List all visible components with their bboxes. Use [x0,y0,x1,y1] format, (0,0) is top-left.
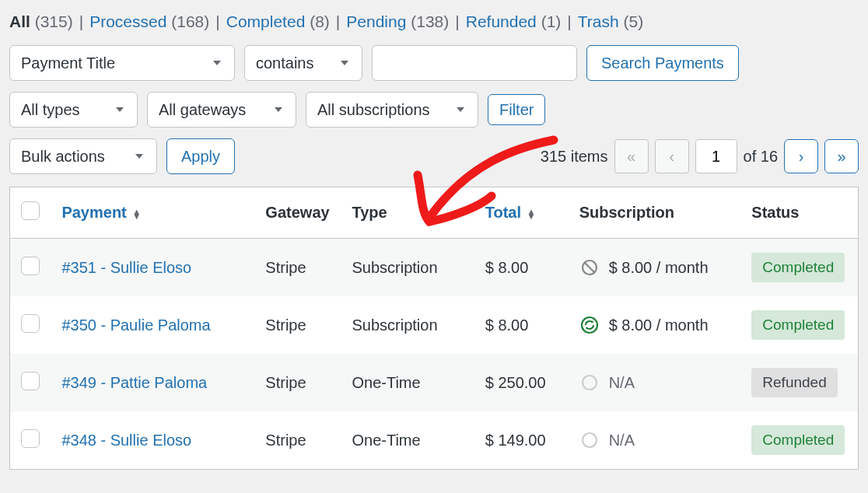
current-page-input[interactable] [695,139,737,173]
pagination: 315 items « ‹ of 16 › » [541,139,859,173]
type-cell: One-Time [341,354,474,411]
svg-point-3 [583,376,597,390]
table-nav: Bulk actions Apply 315 items « ‹ of 16 ›… [9,138,859,174]
subscription-status-icon [579,315,600,335]
subscription-text: N/A [609,432,635,449]
table-row: #348 - Sullie ElosoStripeOne-Time$ 149.0… [10,411,859,470]
prev-page-button: ‹ [655,139,689,173]
subscription-text: N/A [609,374,635,392]
column-subscription: Subscription [569,187,741,239]
separator: | [567,12,571,31]
table-wrap: Payment ▲▼ Gateway Type Total ▲▼ Subscri… [9,187,859,470]
row-checkbox[interactable] [21,372,40,390]
payment-link[interactable]: #351 - Sullie Eloso [61,259,191,276]
search-payments-button[interactable]: Search Payments [586,45,739,81]
apply-button[interactable]: Apply [166,138,235,174]
status-link-completed[interactable]: Completed (8) [226,12,330,31]
search-row: Payment Title contains Search Payments [9,45,859,81]
gateway-cell: Stripe [254,411,341,470]
first-page-button: « [614,139,649,173]
chevron-down-icon [133,150,145,163]
status-link-trash[interactable]: Trash (5) [578,12,643,31]
table-row: #349 - Pattie PalomaStripeOne-Time$ 250.… [10,354,859,411]
status-link-all[interactable]: All (315) [9,12,73,31]
total-cell: $ 149.00 [474,411,569,470]
total-cell: $ 8.00 [474,296,569,354]
search-value-input[interactable] [372,45,577,81]
type-cell: Subscription [341,296,474,354]
subscription-status-icon [579,430,600,450]
filter-gateway-value: All gateways [159,101,246,119]
filter-type-value: All types [21,101,80,119]
column-gateway: Gateway [254,187,341,239]
items-count: 315 items [541,148,608,166]
payments-table: Payment ▲▼ Gateway Type Total ▲▼ Subscri… [9,187,859,470]
gateway-cell: Stripe [254,239,341,297]
page-total: of 16 [744,148,778,166]
row-checkbox[interactable] [21,314,40,333]
last-page-button[interactable]: » [824,139,859,173]
table-row: #350 - Paulie PalomaStripeSubscription$ … [10,296,859,354]
payment-link[interactable]: #348 - Sullie Eloso [61,432,191,449]
subscription-cell: N/A [579,372,730,393]
svg-point-4 [583,433,597,447]
chevron-down-icon [454,103,467,116]
filter-subscription-select[interactable]: All subscriptions [306,92,478,128]
status-link-refunded[interactable]: Refunded (1) [466,12,562,31]
status-link-pending[interactable]: Pending (138) [346,12,449,31]
filter-button[interactable]: Filter [488,94,545,125]
column-total[interactable]: Total ▲▼ [474,187,569,239]
filter-row: All types All gateways All subscriptions… [9,92,859,128]
separator: | [455,12,459,31]
payment-link[interactable]: #349 - Pattie Paloma [61,374,207,391]
separator: | [79,12,83,31]
subscription-text: $ 8.00 / month [609,316,709,334]
subscription-status-icon [579,257,600,278]
subscription-cell: $ 8.00 / month [579,257,730,278]
total-cell: $ 8.00 [474,239,569,297]
filter-type-select[interactable]: All types [9,92,138,128]
status-badge: Completed [751,253,845,282]
row-checkbox[interactable] [21,429,40,448]
bulk-actions-select[interactable]: Bulk actions [9,138,157,174]
separator: | [215,12,219,31]
filter-subscription-value: All subscriptions [317,101,430,119]
separator: | [336,12,340,31]
sort-icon: ▲▼ [132,209,141,219]
sort-icon: ▲▼ [527,209,536,219]
row-checkbox[interactable] [21,257,40,275]
search-field-select[interactable]: Payment Title [9,45,235,81]
svg-point-2 [582,317,597,333]
gateway-cell: Stripe [254,296,341,354]
status-badge: Refunded [751,368,837,397]
chevron-down-icon [114,103,126,116]
next-page-button[interactable]: › [784,139,818,173]
search-field-value: Payment Title [21,54,115,72]
type-cell: Subscription [341,239,474,297]
chevron-down-icon [272,103,285,116]
status-filter-bar: All (315) | Processed (168) | Completed … [9,12,859,31]
column-type: Type [341,187,474,239]
search-operator-select[interactable]: contains [244,45,362,81]
select-all-checkbox[interactable] [21,201,40,220]
subscription-cell: $ 8.00 / month [579,315,730,335]
subscription-cell: N/A [579,430,730,450]
gateway-cell: Stripe [254,354,341,411]
bulk-actions-value: Bulk actions [21,148,105,166]
status-badge: Completed [751,310,845,340]
svg-line-1 [585,263,594,272]
status-link-processed[interactable]: Processed (168) [89,12,209,31]
table-row: #351 - Sullie ElosoStripeSubscription$ 8… [10,239,859,297]
chevron-down-icon [211,57,223,69]
column-payment[interactable]: Payment ▲▼ [51,187,254,239]
chevron-down-icon [338,57,351,69]
search-operator-value: contains [256,54,314,72]
status-badge: Completed [751,425,845,455]
subscription-status-icon [579,372,600,393]
filter-gateway-select[interactable]: All gateways [147,92,296,128]
total-cell: $ 250.00 [474,354,569,411]
subscription-text: $ 8.00 / month [609,259,709,277]
column-status: Status [740,187,858,239]
payment-link[interactable]: #350 - Paulie Paloma [61,316,210,334]
type-cell: One-Time [341,411,474,470]
